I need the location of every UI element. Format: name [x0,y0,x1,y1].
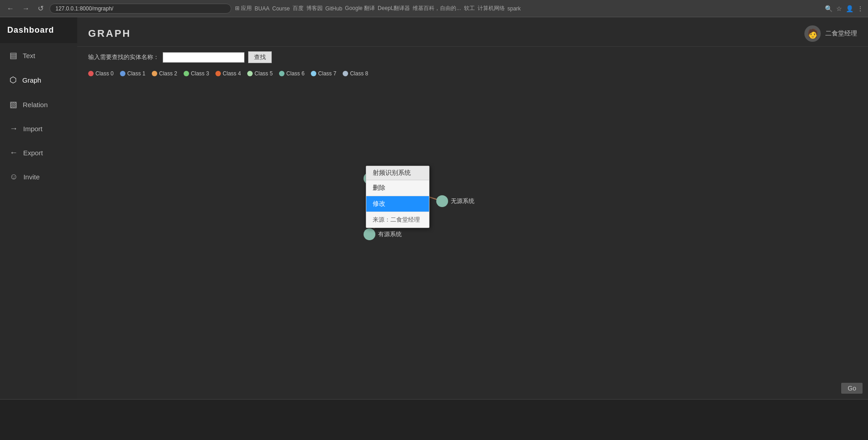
legend-item-class-6: Class 6 [279,70,304,77]
bookmark-buaa[interactable]: BUAA [254,5,269,12]
legend-dot [247,71,253,76]
context-menu: 射频识别系统 删除 修改 来源：二食堂经理 [366,166,429,228]
sidebar-item-text[interactable]: ▤ Text [0,43,77,68]
bookmarks-area: ⊞ 应用BUAACourse百度博客园GitHubGoogle 翻译DeepL翻… [235,5,821,12]
legend-dot [120,71,125,76]
legend-item-class-1: Class 1 [120,70,145,77]
legend-label: Class 2 [159,70,177,77]
user-name: 二食堂经理 [825,30,857,38]
graph-svg [77,79,868,399]
back-button[interactable]: ← [5,4,16,14]
bookmark-google-翻译[interactable]: Google 翻译 [345,5,375,12]
legend-label: Class 1 [127,70,145,77]
sidebar-label-relation: Relation [23,101,48,109]
user-area: 🧑 二食堂经理 [804,25,857,42]
bookmark-应用[interactable]: ⊞ 应用 [235,5,252,12]
relation-icon: ▧ [10,99,17,109]
bookmark-维基百科，自由的...[interactable]: 维基百科，自由的... [413,5,461,12]
sidebar-label-export: Export [23,149,43,157]
legend-dot [88,71,94,76]
node-youyuan[interactable]: 有源系统 [364,228,402,240]
export-icon: ← [10,148,18,158]
sidebar-item-import[interactable]: → Import [0,117,77,141]
url-bar[interactable]: 127.0.0.1:8000/mgraph/ [50,4,231,14]
bookmark-博客园[interactable]: 博客园 [306,5,323,12]
browser-icons: 🔍 ☆ 👤 ⋮ [825,5,863,12]
legend-item-class-7: Class 7 [311,70,336,77]
legend-label: Class 0 [95,70,114,77]
sidebar-item-graph[interactable]: ⬡ Graph [0,68,77,92]
legend-item-class-5: Class 5 [247,70,273,77]
browser-bar: ← → ↺ 127.0.0.1:8000/mgraph/ ⊞ 应用BUAACou… [0,0,868,17]
bookmark-计算机网络[interactable]: 计算机网络 [478,5,505,12]
bookmark-百度[interactable]: 百度 [293,5,304,12]
import-icon: → [10,124,18,133]
main-content: GRAPH 🧑 二食堂经理 输入需要查找的实体名称： 查找 Class 0 Cl… [77,17,868,399]
sidebar-label-import: Import [23,125,43,133]
node-circle-wuyuan [436,195,448,207]
go-button[interactable]: Go [841,383,863,394]
invite-icon: ☺ [10,172,18,182]
legend-item-class-0: Class 0 [88,70,114,77]
legend-label: Class 8 [350,70,368,77]
legend-dot [311,71,316,76]
search-input[interactable] [163,52,244,63]
search-bar: 输入需要查找的实体名称： 查找 [77,47,868,68]
sidebar-label-text: Text [23,52,35,59]
search-button[interactable]: 查找 [248,51,272,63]
bookmark-spark[interactable]: spark [508,5,521,12]
legend-item-class-4: Class 4 [215,70,241,77]
legend-label: Class 6 [286,70,304,77]
node-circle-youyuan [364,228,375,240]
sidebar-label-invite: Invite [23,173,40,181]
forward-button[interactable]: → [20,4,32,14]
node-wuyuan[interactable]: 无源系统 [436,195,474,207]
legend-bar: Class 0 Class 1 Class 2 Class 3 Class 4 … [77,68,868,79]
sidebar-item-relation[interactable]: ▧ Relation [0,92,77,117]
graph-area[interactable]: 射频识别系统 无源系统 有源系统 射频识别系统 删除 修改 来源：二食堂经理 G… [77,79,868,399]
legend-label: Class 7 [318,70,336,77]
bookmark-github[interactable]: GitHub [325,5,342,12]
search-label: 输入需要查找的实体名称： [88,53,159,61]
node-label-youyuan: 有源系统 [378,230,402,238]
legend-dot [215,71,221,76]
legend-label: Class 3 [191,70,209,77]
star-icon[interactable]: ☆ [836,5,842,12]
page-title: GRAPH [88,28,131,40]
legend-item-class-3: Class 3 [184,70,209,77]
sidebar-title: Dashboard [0,17,77,43]
graph-icon: ⬡ [10,75,17,85]
legend-dot [152,71,157,76]
legend-label: Class 4 [223,70,241,77]
search-icon[interactable]: 🔍 [825,5,833,12]
bookmark-course[interactable]: Course [272,5,290,12]
legend-dot [279,71,284,76]
sidebar-item-export[interactable]: ← Export [0,141,77,165]
context-menu-header: 射频识别系统 [366,166,429,180]
sidebar: Dashboard ▤ Text⬡ Graph▧ Relation→ Impor… [0,17,77,399]
legend-label: Class 5 [254,70,273,77]
menu-icon[interactable]: ⋮ [857,5,863,12]
profile-icon[interactable]: 👤 [846,5,853,12]
sidebar-item-invite[interactable]: ☺ Invite [0,165,77,189]
bookmark-软工[interactable]: 软工 [464,5,475,12]
context-menu-source: 来源：二食堂经理 [366,212,429,227]
context-menu-modify[interactable]: 修改 [366,196,429,212]
main-header: GRAPH 🧑 二食堂经理 [77,17,868,47]
legend-dot [184,71,189,76]
legend-item-class-8: Class 8 [343,70,368,77]
bookmark-deepl翻译器[interactable]: DeepL翻译器 [378,5,410,12]
sidebar-label-graph: Graph [22,76,41,84]
context-menu-delete[interactable]: 删除 [366,180,429,196]
text-icon: ▤ [10,50,17,60]
avatar: 🧑 [804,25,821,42]
bottom-panel [0,399,868,440]
node-label-wuyuan: 无源系统 [451,197,474,205]
reload-button[interactable]: ↺ [35,3,46,14]
app-body: Dashboard ▤ Text⬡ Graph▧ Relation→ Impor… [0,17,868,399]
legend-item-class-2: Class 2 [152,70,177,77]
legend-dot [343,71,348,76]
